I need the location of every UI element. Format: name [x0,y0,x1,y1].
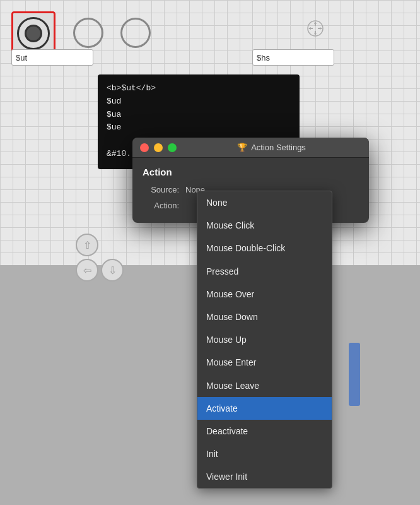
label-input-1[interactable]: $ut [11,49,93,66]
circle-only-icon [73,18,103,48]
canvas-button-3[interactable] [117,14,155,52]
label-input-2[interactable]: $hs [252,49,334,66]
dropdown-item-viewer-init[interactable]: Viewer Init [197,465,332,488]
nav-left-arrow[interactable]: ⇦ [76,259,98,282]
svg-marker-6 [314,33,317,35]
source-label: Source: [143,185,179,194]
code-line-4: $ue [107,121,291,134]
code-line-1: <b>$ut</b> [107,82,291,95]
svg-marker-7 [308,27,311,30]
window-titlebar: 🏆 Action Settings [132,138,369,158]
label-input-2-value: $hs [257,53,270,62]
nav-arrows: ⇧ ⇦ ⇩ [76,234,124,282]
canvas-button-2[interactable] [69,14,107,52]
dropdown-item-pressed[interactable]: Pressed [197,260,332,283]
title-text: Action Settings [251,143,306,152]
dropdown-item-mouse-leave[interactable]: Mouse Leave [197,374,332,397]
move-icon [303,16,328,41]
circle-only-icon-3 [120,18,151,48]
dropdown-item-mouse-double-click[interactable]: Mouse Double-Click [197,237,332,259]
circle-inner-icon [25,25,42,42]
circle-outer-icon [17,17,50,50]
dropdown-item-mouse-over[interactable]: Mouse Over [197,283,332,306]
dropdown-item-deactivate[interactable]: Deactivate [197,420,332,443]
title-emoji: 🏆 [237,143,247,152]
minimize-button[interactable] [154,143,163,152]
dropdown-item-init[interactable]: Init [197,443,332,465]
dropdown-item-mouse-down[interactable]: Mouse Down [197,306,332,328]
dropdown-item-mouse-up[interactable]: Mouse Up [197,328,332,351]
action-field-label: Action: [143,201,179,210]
code-line-3: $ua [107,109,291,122]
action-side-button[interactable] [349,343,360,406]
dropdown-list: None Mouse Click Mouse Double-Click Pres… [197,191,332,489]
dropdown-item-mouse-enter[interactable]: Mouse Enter [197,351,332,374]
maximize-button[interactable] [168,143,177,152]
nav-down-arrow[interactable]: ⇩ [101,259,124,282]
svg-marker-8 [320,27,322,30]
dropdown-item-activate[interactable]: Activate [197,397,332,420]
svg-marker-5 [314,21,317,24]
dropdown-item-none[interactable]: None [197,191,332,214]
code-line-2: $ud [107,95,291,109]
action-section-label: Action [143,167,359,177]
label-input-1-value: $ut [16,53,27,62]
close-button[interactable] [140,143,149,152]
nav-up-arrow[interactable]: ⇧ [76,234,98,256]
window-title: 🏆 Action Settings [182,143,361,152]
dropdown-item-mouse-click[interactable]: Mouse Click [197,214,332,237]
